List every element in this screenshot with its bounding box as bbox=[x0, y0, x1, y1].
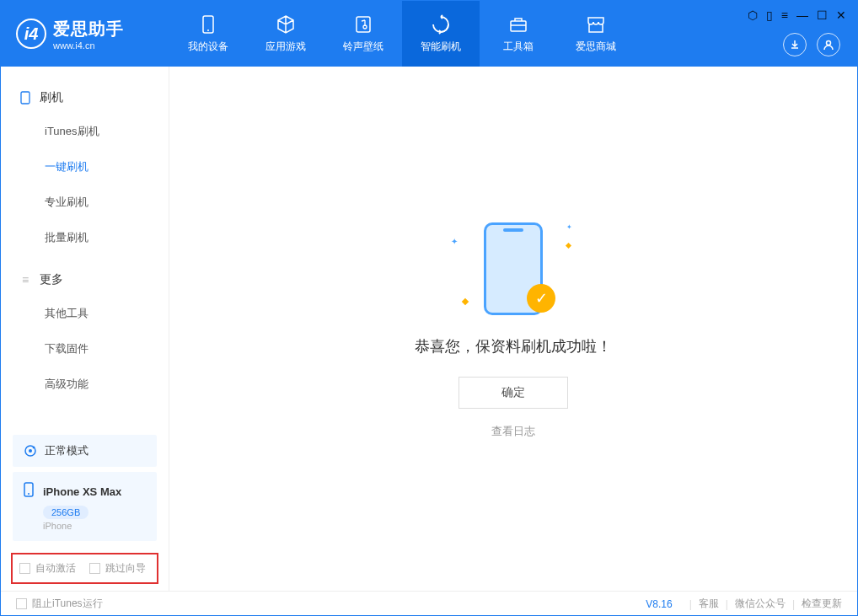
separator: | bbox=[792, 598, 795, 610]
tab-toolbox[interactable]: 工具箱 bbox=[480, 1, 557, 67]
sidebar-item-pro-flash[interactable]: 专业刷机 bbox=[1, 185, 169, 220]
svg-rect-2 bbox=[357, 17, 370, 32]
logo-area: i4 爱思助手 www.i4.cn bbox=[1, 1, 169, 67]
refresh-icon bbox=[431, 14, 451, 35]
sparkle-icon: ✦ bbox=[566, 223, 572, 231]
sidebar-section-more: ≡ 更多 bbox=[1, 264, 169, 296]
app-header: i4 爱思助手 www.i4.cn 我的设备 应用游戏 铃声壁纸 智能刷机 工具… bbox=[1, 1, 857, 67]
cube-icon bbox=[276, 14, 296, 35]
tab-ringtones[interactable]: 铃声壁纸 bbox=[324, 1, 402, 67]
tab-label: 爱思商城 bbox=[576, 40, 616, 54]
success-message: 恭喜您，保资料刷机成功啦！ bbox=[415, 336, 612, 356]
close-icon[interactable]: ✕ bbox=[836, 8, 846, 22]
tab-apps-games[interactable]: 应用游戏 bbox=[247, 1, 324, 67]
diamond-icon bbox=[462, 298, 469, 305]
device-mode-box[interactable]: 正常模式 bbox=[13, 435, 157, 467]
svg-rect-5 bbox=[21, 92, 29, 104]
version-text: V8.16 bbox=[646, 598, 672, 610]
device-info-box[interactable]: iPhone XS Max 256GB iPhone bbox=[13, 472, 157, 541]
sidebar-item-download-firmware[interactable]: 下载固件 bbox=[1, 331, 169, 367]
sidebar-item-advanced[interactable]: 高级功能 bbox=[1, 367, 169, 402]
tab-store[interactable]: 爱思商城 bbox=[557, 1, 635, 67]
checkbox-auto-activate[interactable]: 自动激活 bbox=[19, 561, 76, 576]
phone-icon bbox=[19, 92, 31, 104]
device-mode-text: 正常模式 bbox=[45, 443, 88, 458]
window-controls: ⬡ ▯ ≡ — ☐ ✕ bbox=[748, 8, 846, 22]
device-name: iPhone XS Max bbox=[43, 485, 121, 498]
list-icon: ≡ bbox=[19, 274, 31, 286]
music-icon bbox=[353, 14, 373, 35]
main-content: ✦ ✦ ✓ 恭喜您，保资料刷机成功啦！ 确定 查看日志 bbox=[169, 67, 857, 591]
storage-badge: 256GB bbox=[43, 506, 88, 519]
wechat-link[interactable]: 微信公众号 bbox=[735, 597, 786, 611]
logo-text: 爱思助手 www.i4.cn bbox=[53, 18, 124, 51]
sidebar-section-flash: 刷机 bbox=[1, 82, 169, 114]
footer-right: V8.16 | 客服 | 微信公众号 | 检查更新 bbox=[646, 597, 842, 611]
user-button[interactable] bbox=[817, 33, 840, 56]
minimize-icon[interactable]: — bbox=[796, 8, 808, 22]
app-footer: 阻止iTunes运行 V8.16 | 客服 | 微信公众号 | 检查更新 bbox=[1, 591, 857, 616]
sidebar: 刷机 iTunes刷机 一键刷机 专业刷机 批量刷机 ≡ 更多 其他工具 下载固… bbox=[1, 67, 169, 591]
app-body: 刷机 iTunes刷机 一键刷机 专业刷机 批量刷机 ≡ 更多 其他工具 下载固… bbox=[1, 67, 857, 591]
separator: | bbox=[689, 598, 692, 610]
tab-label: 铃声壁纸 bbox=[343, 40, 383, 54]
device-phone-icon bbox=[23, 482, 35, 501]
app-title: 爱思助手 bbox=[53, 18, 124, 40]
section-title: 刷机 bbox=[40, 90, 63, 105]
svg-point-7 bbox=[29, 449, 32, 453]
sparkle-icon: ✦ bbox=[451, 237, 458, 246]
section-title: 更多 bbox=[40, 272, 63, 287]
success-illustration: ✦ ✦ ✓ bbox=[437, 218, 589, 319]
checkbox-label: 阻止iTunes运行 bbox=[32, 597, 103, 611]
device-icon bbox=[198, 14, 218, 35]
maximize-icon[interactable]: ☐ bbox=[817, 8, 828, 22]
app-logo-icon: i4 bbox=[16, 19, 46, 49]
app-subtitle: www.i4.cn bbox=[53, 40, 124, 51]
checkbox-label: 跳过向导 bbox=[105, 561, 146, 576]
tab-label: 我的设备 bbox=[188, 40, 228, 54]
sidebar-item-oneclick-flash[interactable]: 一键刷机 bbox=[1, 149, 169, 185]
view-log-link[interactable]: 查看日志 bbox=[491, 424, 535, 439]
sidebar-item-other-tools[interactable]: 其他工具 bbox=[1, 296, 169, 331]
mode-icon bbox=[23, 443, 38, 458]
check-update-link[interactable]: 检查更新 bbox=[802, 597, 842, 611]
device-area: 正常模式 iPhone XS Max 256GB iPhone 自动激活 跳过向… bbox=[1, 430, 169, 591]
download-button[interactable] bbox=[783, 33, 807, 56]
shirt-icon[interactable]: ⬡ bbox=[748, 8, 758, 22]
checkbox-icon bbox=[16, 598, 27, 609]
svg-point-4 bbox=[827, 41, 831, 46]
separator: | bbox=[726, 598, 728, 610]
check-badge-icon: ✓ bbox=[527, 284, 555, 313]
tab-label: 智能刷机 bbox=[421, 40, 461, 54]
confirm-button[interactable]: 确定 bbox=[458, 377, 568, 409]
checkbox-label: 自动激活 bbox=[35, 561, 76, 576]
page-icon[interactable]: ▯ bbox=[766, 8, 773, 22]
toolbox-icon bbox=[508, 14, 528, 35]
tab-smart-flash[interactable]: 智能刷机 bbox=[402, 1, 480, 67]
sidebar-item-itunes-flash[interactable]: iTunes刷机 bbox=[1, 114, 169, 149]
device-type: iPhone bbox=[43, 521, 147, 531]
main-tabs: 我的设备 应用游戏 铃声壁纸 智能刷机 工具箱 爱思商城 bbox=[169, 1, 635, 67]
menu-icon[interactable]: ≡ bbox=[781, 8, 788, 22]
options-row-highlighted: 自动激活 跳过向导 bbox=[11, 553, 158, 584]
checkbox-icon bbox=[89, 563, 100, 574]
svg-point-1 bbox=[207, 29, 209, 31]
checkbox-skip-guide[interactable]: 跳过向导 bbox=[89, 561, 146, 576]
sidebar-item-batch-flash[interactable]: 批量刷机 bbox=[1, 220, 169, 255]
checkbox-block-itunes[interactable]: 阻止iTunes运行 bbox=[16, 597, 103, 611]
checkbox-icon bbox=[19, 563, 30, 574]
tab-my-device[interactable]: 我的设备 bbox=[169, 1, 247, 67]
store-icon bbox=[586, 14, 606, 35]
customer-service-link[interactable]: 客服 bbox=[699, 597, 719, 611]
tab-label: 应用游戏 bbox=[265, 40, 306, 54]
svg-rect-3 bbox=[511, 21, 526, 31]
tab-label: 工具箱 bbox=[503, 40, 534, 54]
diamond-icon bbox=[566, 243, 571, 249]
svg-point-9 bbox=[28, 493, 29, 495]
